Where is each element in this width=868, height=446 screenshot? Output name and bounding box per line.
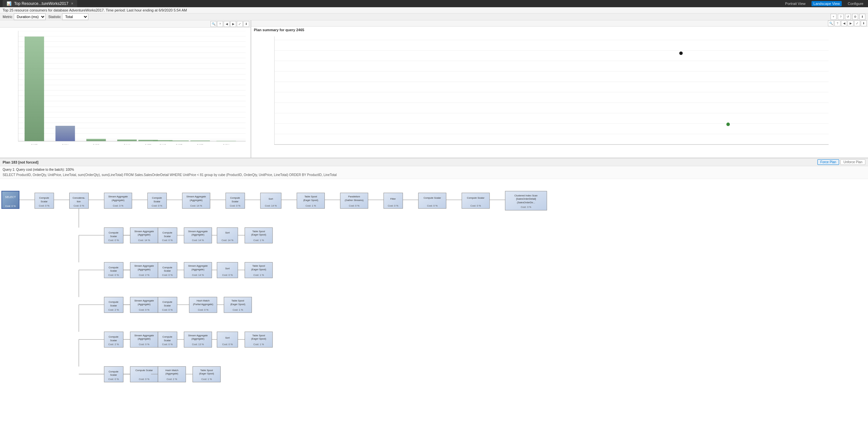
svg-text:Compute: Compute bbox=[109, 370, 119, 373]
svg-text:Cost: 0 %: Cost: 0 % bbox=[39, 204, 49, 207]
svg-text:2468: 2468 bbox=[197, 144, 204, 145]
svg-text:Compute: Compute bbox=[230, 196, 240, 199]
chart-toolbar: 🔍 ? ◀ ▶ ⤢ ⬇ bbox=[0, 20, 251, 28]
svg-text:Cost: 0 %: Cost: 0 % bbox=[349, 204, 359, 207]
svg-text:5:46 AM: 5:46 AM bbox=[750, 148, 759, 148]
close-icon[interactable]: × bbox=[71, 1, 73, 6]
svg-text:Hash Match: Hash Match bbox=[197, 299, 210, 302]
chart-export-btn[interactable]: ⬇ bbox=[243, 21, 249, 27]
svg-text:Cost: 2 %: Cost: 2 % bbox=[108, 343, 119, 346]
svg-text:Cost: 0 %: Cost: 0 % bbox=[230, 204, 240, 207]
svg-text:Concatena-: Concatena- bbox=[72, 196, 85, 199]
svg-text:5:34 AM: 5:34 AM bbox=[640, 148, 648, 148]
svg-text:(Eager Spool): (Eager Spool) bbox=[251, 233, 266, 236]
svg-text:Cost: 0 %: Cost: 0 % bbox=[139, 308, 149, 311]
settings-btn[interactable]: ⚙ bbox=[852, 14, 858, 20]
svg-text:Cost: 1 %: Cost: 1 % bbox=[253, 239, 264, 242]
landscape-view-btn[interactable]: Landscape View bbox=[811, 1, 842, 6]
svg-text:Cost: 0 %: Cost: 0 % bbox=[222, 343, 232, 346]
statistic-group: Statistic Total bbox=[48, 13, 89, 20]
svg-text:Scalar: Scalar bbox=[110, 339, 117, 342]
metric-label: Metric bbox=[3, 15, 12, 19]
export-btn[interactable]: ⬇ bbox=[860, 14, 865, 20]
svg-text:Table Spool: Table Spool bbox=[200, 369, 213, 372]
zoom-in-btn[interactable]: + bbox=[831, 14, 836, 20]
svg-text:(Gather Streams): (Gather Streams) bbox=[345, 199, 364, 202]
svg-text:Cost: 13 %: Cost: 13 % bbox=[192, 343, 204, 346]
scatter-zoom-btn[interactable]: 🔍 bbox=[828, 20, 834, 26]
svg-text:5:02 AM: 5:02 AM bbox=[344, 148, 353, 148]
svg-text:Stream Aggregate: Stream Aggregate bbox=[187, 195, 206, 198]
scatter-toolbar: 🔍 ? ◀ ▶ ⤢ ⬇ bbox=[251, 20, 868, 27]
scatter-fit-btn[interactable]: ⤢ bbox=[854, 20, 860, 26]
zoom-out-btn[interactable]: ? bbox=[838, 14, 844, 20]
svg-text:2472: 2472 bbox=[145, 144, 151, 145]
svg-text:Stream Aggregate: Stream Aggregate bbox=[188, 264, 208, 267]
svg-text:Cost: 14 %: Cost: 14 % bbox=[265, 204, 277, 207]
svg-text:Scalar: Scalar bbox=[41, 200, 48, 203]
svg-text:(Aggregate): (Aggregate) bbox=[137, 233, 150, 236]
left-chart-panel: 🔍 ? ◀ ▶ ⤢ ⬇ bbox=[0, 20, 251, 158]
svg-rect-46 bbox=[56, 126, 75, 141]
title-bar: 📊 Top Resource...tureWorks2017 × Portrai… bbox=[0, 0, 868, 7]
svg-text:tion: tion bbox=[77, 200, 81, 203]
info-text: Top 25 resource consumers for database A… bbox=[3, 8, 187, 12]
plan-diagram-area[interactable]: SELECT Cost: 0 % Compute Scalar Cost: 0 … bbox=[0, 179, 868, 446]
main-toolbar: Metric Duration (ms) Statistic Total + ?… bbox=[0, 13, 868, 20]
svg-text:(Aggregate): (Aggregate) bbox=[137, 303, 150, 306]
svg-text:(Eager Spool): (Eager Spool) bbox=[303, 199, 318, 202]
bottom-section: Plan 183 [not forced] Force Plan Unforce… bbox=[0, 158, 868, 446]
svg-text:4:54 AM: 4:54 AM bbox=[274, 148, 279, 148]
svg-text:Cost: 0 %: Cost: 0 % bbox=[427, 204, 437, 207]
svg-text:Scalar: Scalar bbox=[164, 269, 171, 272]
svg-text:Table Spool: Table Spool bbox=[231, 299, 244, 302]
metric-select[interactable]: Duration (ms) bbox=[14, 13, 45, 20]
scatter-prev-btn[interactable]: ◀ bbox=[841, 20, 847, 26]
title-tab[interactable]: 📊 Top Resource...tureWorks2017 × bbox=[3, 0, 77, 7]
panels-row: 🔍 ? ◀ ▶ ⤢ ⬇ bbox=[0, 20, 868, 158]
query-section: Query 1: Query cost (relative to the bat… bbox=[0, 166, 868, 179]
svg-text:Hash Match: Hash Match bbox=[165, 369, 178, 372]
svg-text:Scalar: Scalar bbox=[110, 235, 117, 238]
svg-text:Sort: Sort bbox=[269, 197, 273, 200]
chart-zoom-btn[interactable]: 🔍 bbox=[211, 21, 216, 27]
statistic-select[interactable]: Total bbox=[62, 13, 88, 20]
svg-text:Table Spool: Table Spool bbox=[252, 230, 265, 233]
svg-text:Compute Scalar: Compute Scalar bbox=[135, 369, 153, 372]
svg-text:Compute: Compute bbox=[109, 335, 119, 338]
configure-btn[interactable]: Configure bbox=[846, 1, 865, 6]
svg-text:5:06 AM: 5:06 AM bbox=[381, 148, 390, 148]
scatter-help-btn[interactable]: ? bbox=[835, 20, 840, 26]
svg-text:Cost: 2 %: Cost: 2 % bbox=[139, 274, 149, 277]
svg-text:Cost: 0 %: Cost: 0 % bbox=[139, 343, 149, 346]
svg-text:Compute Scalar: Compute Scalar bbox=[424, 196, 441, 199]
svg-text:Cost: 2 %: Cost: 2 % bbox=[108, 308, 119, 311]
svg-text:(Partial Aggregate): (Partial Aggregate) bbox=[193, 303, 214, 306]
svg-text:Scalar: Scalar bbox=[110, 269, 117, 272]
svg-text:Compute: Compute bbox=[109, 266, 119, 269]
scatter-next-btn[interactable]: ▶ bbox=[848, 20, 854, 26]
svg-text:Cost: 0 %: Cost: 0 % bbox=[162, 274, 173, 277]
svg-text:Cost: 14 %: Cost: 14 % bbox=[192, 239, 204, 242]
chart-prev-btn[interactable]: ◀ bbox=[224, 21, 229, 27]
plan-title: Plan 183 [not forced] bbox=[3, 160, 38, 164]
bar-chart-container: 0 500 1000 1500 2000 2500 3000 3500 4000… bbox=[0, 28, 251, 158]
svg-text:Cost: 0 %: Cost: 0 % bbox=[5, 204, 16, 208]
chart-fit-btn[interactable]: ⤢ bbox=[237, 21, 243, 27]
portrait-view-btn[interactable]: Portrait View bbox=[783, 1, 808, 6]
plan-diagram-svg: SELECT Cost: 0 % Compute Scalar Cost: 0 … bbox=[0, 179, 868, 446]
refresh-btn[interactable]: ↺ bbox=[845, 14, 851, 20]
svg-rect-48 bbox=[117, 139, 136, 141]
svg-text:Cost: 1 %: Cost: 1 % bbox=[253, 274, 264, 277]
svg-point-119 bbox=[726, 123, 730, 126]
svg-rect-47 bbox=[86, 139, 106, 141]
svg-text:Cost: 1 %: Cost: 1 % bbox=[253, 343, 264, 346]
title-bar-right: Portrait View Landscape View Configure bbox=[783, 1, 865, 6]
svg-text:Stream Aggregate: Stream Aggregate bbox=[134, 334, 154, 337]
svg-text:Scalar: Scalar bbox=[164, 339, 171, 342]
scatter-export-btn[interactable]: ⬇ bbox=[861, 20, 867, 26]
svg-point-118 bbox=[679, 52, 683, 55]
svg-text:5:14 AM: 5:14 AM bbox=[455, 148, 464, 148]
chart-help-btn[interactable]: ? bbox=[217, 21, 223, 27]
chart-next-btn[interactable]: ▶ bbox=[230, 21, 236, 27]
